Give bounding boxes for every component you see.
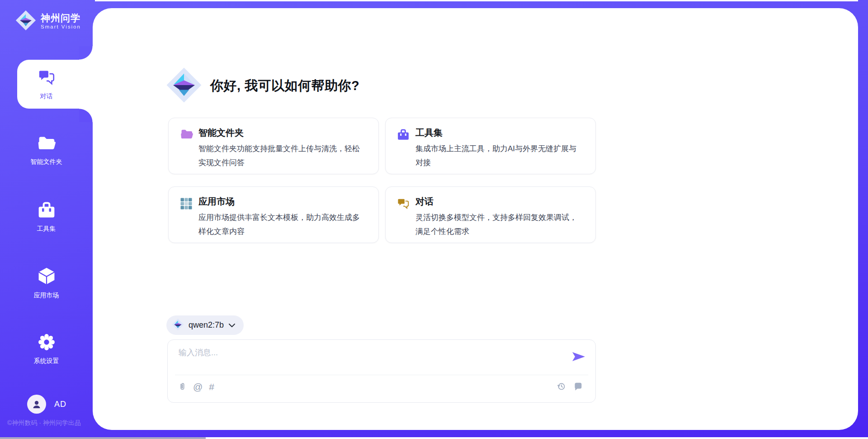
paperclip-icon (178, 382, 187, 392)
composer-tools-left: @ # (178, 382, 214, 392)
folder-icon (0, 134, 93, 154)
feature-card-chat[interactable]: 对话 灵活切换多模型文件，支持多样回复效果调试，满足个性化需求 (385, 186, 596, 243)
brand-name: 神州问学 (41, 13, 81, 24)
bottom-edge-artifact-left (0, 437, 206, 439)
card-description: 灵活切换多模型文件，支持多样回复效果调试，满足个性化需求 (415, 210, 581, 239)
card-title: 应用市场 (198, 196, 235, 208)
message-composer: @ # (167, 339, 596, 403)
composer-tools-right (557, 382, 583, 391)
at-icon: @ (193, 382, 203, 392)
feature-card-smart-folder[interactable]: 智能文件夹 智能文件夹功能支持批量文件上传与清洗，轻松实现文件问答 (168, 118, 379, 174)
feature-card-toolset[interactable]: 工具集 集成市场上主流工具，助力AI与外界无缝扩展与对接 (385, 118, 596, 174)
cube-icon (0, 266, 93, 288)
tab-fillet-top (79, 46, 93, 60)
chat-log-button[interactable] (573, 382, 583, 391)
greeting-title: 你好, 我可以如何帮助你? (210, 77, 359, 95)
chat-bubble-icon (573, 382, 583, 391)
chevron-down-icon (228, 321, 236, 329)
card-title: 对话 (415, 196, 434, 208)
message-input[interactable] (178, 346, 568, 373)
brand-subtitle: Smart Vision (41, 24, 81, 30)
card-title: 智能文件夹 (198, 127, 244, 139)
sidebar-item-chat[interactable]: 对话 (0, 68, 93, 100)
sidebar-item-smart-folder[interactable]: 智能文件夹 (0, 134, 93, 166)
sidebar-item-label: 工具集 (0, 225, 93, 233)
history-button[interactable] (557, 382, 566, 391)
app-window: 神州问学 Smart Vision 对话 (0, 0, 868, 439)
folder-open-icon (179, 128, 194, 143)
hashtag-icon: # (209, 382, 214, 392)
mention-button[interactable]: @ (193, 382, 203, 392)
brand: 神州问学 Smart Vision (15, 10, 81, 33)
sidebar-item-label: 应用市场 (0, 291, 93, 300)
sidebar: 神州问学 Smart Vision 对话 (0, 0, 93, 439)
toolbox-icon (396, 128, 410, 143)
gear-icon (0, 333, 93, 353)
card-description: 应用市场提供丰富长文本模板，助力高效生成多样化文章内容 (198, 210, 364, 239)
sidebar-item-toolset[interactable]: 工具集 (0, 200, 93, 233)
sidebar-item-app-market[interactable]: 应用市场 (0, 266, 93, 300)
feature-card-app-market[interactable]: 应用市场 应用市场提供丰富长文本模板，助力高效生成多样化文章内容 (168, 186, 379, 243)
user-profile[interactable]: AD (27, 395, 66, 414)
model-logo-icon (172, 318, 184, 333)
history-icon (557, 382, 566, 391)
sidebar-item-system-settings[interactable]: 系统设置 (0, 333, 93, 365)
card-description: 集成市场上主流工具，助力AI与外界无缝扩展与对接 (415, 142, 581, 170)
toolbox-icon (0, 200, 93, 221)
brand-logo-icon (15, 10, 36, 33)
greeting-logo-icon (166, 66, 202, 106)
sidebar-footer-credit: ©神州数码 · 神州问学出品 (7, 419, 81, 427)
sidebar-item-label: 系统设置 (0, 357, 93, 365)
sidebar-item-label: 对话 (0, 92, 93, 100)
avatar (27, 395, 46, 414)
sidebar-item-label: 智能文件夹 (0, 158, 93, 166)
top-edge-artifact (95, 0, 858, 1)
send-button[interactable] (572, 352, 585, 363)
send-icon (572, 352, 585, 361)
chat-bubbles-icon (0, 68, 93, 89)
card-description: 智能文件夹功能支持批量文件上传与清洗，轻松实现文件问答 (198, 142, 364, 170)
model-name: qwen2:7b (189, 320, 224, 330)
hashtag-button[interactable]: # (209, 382, 214, 392)
tab-fillet-bottom (79, 109, 93, 122)
greeting-block: 你好, 我可以如何帮助你? (166, 66, 359, 106)
user-initials: AD (54, 400, 66, 409)
attachment-button[interactable] (178, 382, 187, 392)
composer-divider (175, 375, 588, 375)
grid-cube-icon (179, 197, 193, 212)
person-icon (31, 399, 42, 410)
card-title: 工具集 (415, 127, 443, 139)
chat-bubbles-icon (396, 197, 410, 212)
model-selector[interactable]: qwen2:7b (166, 315, 244, 335)
